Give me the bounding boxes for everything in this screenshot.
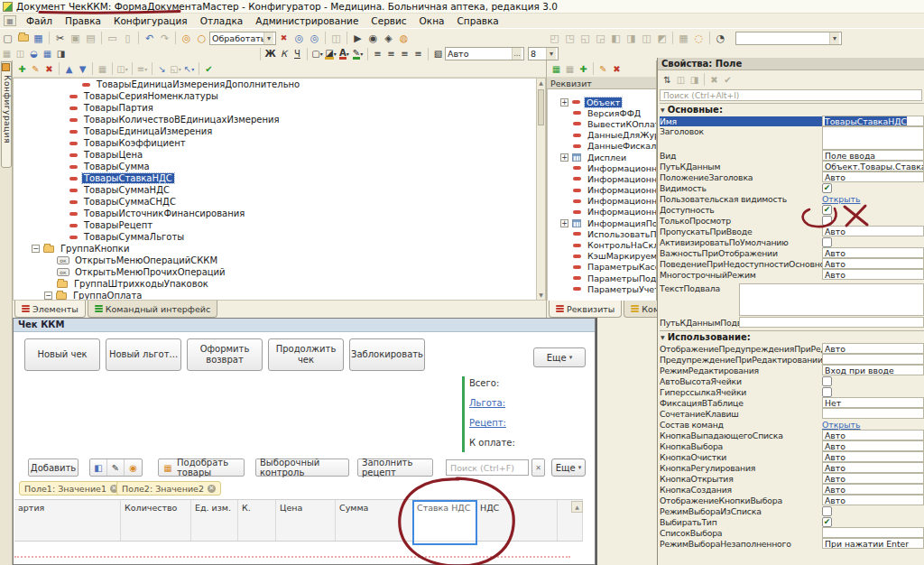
- tree-item[interactable]: +Объект: [548, 97, 656, 107]
- find-previous-icon[interactable]: ◎: [307, 31, 322, 45]
- property-checkbox[interactable]: ✔: [822, 205, 832, 215]
- form-command-button[interactable]: Новый чек: [24, 338, 100, 371]
- property-checkbox[interactable]: [822, 216, 832, 226]
- add-row-button[interactable]: Добавить: [28, 458, 79, 477]
- property-checkbox[interactable]: [822, 506, 832, 516]
- clear-search-button[interactable]: ✕: [531, 458, 545, 477]
- property-input[interactable]: Авто: [822, 440, 924, 451]
- pointer-tool-icon[interactable]: ↖▾: [182, 63, 196, 75]
- tree-item[interactable]: ПараметрыПодключаемы: [548, 273, 656, 283]
- menu-item[interactable]: Администрирование: [249, 15, 365, 26]
- find-in-files-icon[interactable]: ◎: [179, 31, 194, 45]
- delete-element-icon[interactable]: ✖: [42, 63, 56, 75]
- align-center-icon[interactable]: ≡: [384, 48, 398, 60]
- align-left-icon[interactable]: ≡: [371, 48, 384, 60]
- edit-element-icon[interactable]: ✎: [29, 63, 42, 75]
- delete-attribute-icon[interactable]: ✖: [610, 63, 624, 75]
- tree-item[interactable]: ДанныеФискальнойОпер: [548, 141, 656, 152]
- font-name-combobox[interactable]: Авто...: [445, 47, 524, 60]
- tree-item[interactable]: ТоварыСуммаСНДС: [14, 196, 536, 208]
- property-input[interactable]: [822, 527, 924, 538]
- tree-item[interactable]: ИнформационнаяПанельР: [548, 173, 656, 184]
- property-input[interactable]: ТоварыСтавкаНДС: [822, 116, 924, 126]
- tree-item[interactable]: ТоварыЦена: [14, 149, 536, 161]
- scroll-up-icon[interactable]: ▲: [537, 79, 545, 88]
- form-align-icon-8[interactable]: ◩: [654, 31, 670, 45]
- menu-item[interactable]: Сервис: [365, 15, 412, 26]
- form-align-icon-7[interactable]: ◫: [639, 31, 654, 45]
- debug-start-icon[interactable]: ▶: [350, 31, 365, 45]
- open-icon[interactable]: [15, 31, 31, 45]
- clear-combo-icon[interactable]: ✖: [276, 31, 291, 45]
- property-textarea[interactable]: [822, 126, 924, 150]
- tree-expander-icon[interactable]: −: [32, 245, 40, 253]
- tree-item[interactable]: ИнформационнаяПанельС: [548, 207, 656, 218]
- tree-item[interactable]: ТоварыРецепт: [14, 219, 536, 231]
- property-input[interactable]: Авто: [822, 258, 924, 269]
- table-scroll-up-icon[interactable]: ▲: [571, 501, 583, 513]
- paste-icon[interactable]: ▤: [83, 31, 98, 45]
- table-more-button[interactable]: Еще: [551, 458, 586, 477]
- tree-item[interactable]: КонтрольНаСкладеОтклю: [548, 239, 656, 250]
- property-input[interactable]: Авто: [822, 430, 924, 440]
- tree-item[interactable]: ИспользоватьПодключаем: [548, 228, 656, 239]
- important-only-icon[interactable]: ◨: [688, 74, 701, 86]
- find-icon[interactable]: ○: [194, 31, 209, 45]
- property-checkbox[interactable]: [822, 387, 832, 397]
- property-input[interactable]: Авто: [822, 247, 924, 258]
- property-checkbox[interactable]: [822, 237, 832, 247]
- tree-item[interactable]: +ИнформацияПоВскрытым: [548, 218, 656, 228]
- find-next-icon[interactable]: ◎: [291, 31, 307, 45]
- font-ellipsis-button[interactable]: ...: [512, 48, 522, 60]
- new-document-icon[interactable]: ▢: [0, 31, 15, 45]
- add-command-icon[interactable]: ✚: [577, 63, 590, 75]
- scrollbar-thumb[interactable]: [538, 89, 544, 125]
- table-search-input[interactable]: [447, 460, 528, 475]
- form-more-button[interactable]: Еще: [533, 347, 586, 367]
- elements-scrollbar[interactable]: ▲ ▼: [536, 78, 546, 301]
- properties-section-header[interactable]: Основные:: [660, 103, 924, 116]
- selective-control-button[interactable]: Выборочный контроль: [255, 458, 349, 477]
- tree-expander-icon[interactable]: −: [44, 292, 52, 300]
- form-align-icon-4[interactable]: ◲: [593, 31, 608, 45]
- add-attribute-icon[interactable]: ▦: [550, 63, 563, 75]
- property-input[interactable]: Нет: [822, 397, 924, 408]
- property-input[interactable]: Вход при вводе: [822, 365, 924, 375]
- tree-item[interactable]: ОткрытьМенюПрочихОпераций: [14, 266, 536, 278]
- property-checkbox[interactable]: [822, 376, 832, 386]
- menu-item[interactable]: Справка: [451, 15, 505, 26]
- property-checkbox[interactable]: ✔: [822, 183, 832, 193]
- menu-item[interactable]: Правка: [59, 15, 107, 26]
- list-mode-icon[interactable]: ≡▾: [135, 63, 149, 75]
- table-column-header[interactable]: Сумма: [336, 500, 413, 541]
- table-column-header[interactable]: Ед. изм.: [191, 500, 238, 541]
- back-icon[interactable]: ↶: [142, 31, 157, 45]
- new-window-icon[interactable]: ◫: [328, 31, 344, 45]
- form-command-button[interactable]: Заблокировать: [349, 338, 425, 371]
- combo-caret-icon[interactable]: ▾: [829, 32, 839, 44]
- properties-search-input[interactable]: [660, 89, 922, 101]
- marking-icon[interactable]: ✎: [107, 459, 125, 476]
- property-input[interactable]: Авто: [822, 462, 924, 473]
- combo-caret-icon[interactable]: ▾: [263, 32, 273, 44]
- copy-icon[interactable]: ▣: [68, 31, 83, 45]
- move-down-icon[interactable]: ▼: [76, 63, 89, 75]
- tree-expander-icon[interactable]: +: [560, 98, 568, 107]
- sort-alphabetical-icon[interactable]: ⇅: [661, 74, 674, 86]
- italic-button[interactable]: К: [277, 48, 291, 60]
- tree-expander-icon[interactable]: +: [560, 219, 568, 227]
- tree-item[interactable]: ВерсияФФД: [548, 107, 656, 118]
- form-align-icon-5[interactable]: ◧: [608, 31, 624, 45]
- process-combobox[interactable]: ОбработатьИнформац▾: [209, 32, 276, 45]
- database-icon[interactable]: ◒: [27, 48, 41, 60]
- apply-property-icon[interactable]: ✔: [721, 74, 735, 86]
- info-icon[interactable]: ◍: [396, 31, 411, 45]
- form-align-icon-3[interactable]: ◱: [578, 31, 593, 45]
- properties-section-header[interactable]: Использование:: [660, 330, 924, 343]
- tree-item[interactable]: +Дисплеи: [548, 152, 656, 162]
- tree-item[interactable]: ИнформационнаяПанельС: [548, 185, 656, 196]
- calendar-icon[interactable]: ◫: [14, 48, 27, 60]
- table-column-header[interactable]: К.: [238, 500, 276, 541]
- total-link[interactable]: Рецепт:: [469, 418, 506, 428]
- forward-icon[interactable]: ↷: [157, 31, 172, 45]
